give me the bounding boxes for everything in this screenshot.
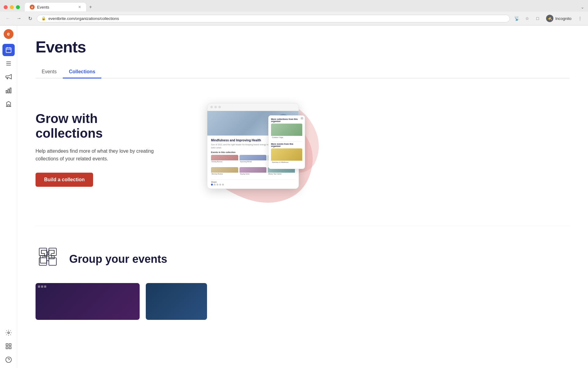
bottom-heading: Group your events: [69, 252, 167, 266]
toolbar-actions: 📡 ☆ □ 🕵 Incognito ⋮: [512, 13, 584, 23]
svg-rect-19: [49, 248, 57, 256]
forward-button[interactable]: →: [15, 14, 23, 23]
svg-rect-14: [9, 347, 11, 349]
mock-share-dot-1: [211, 184, 213, 186]
mock-card-image-4: [211, 167, 238, 173]
tab-favicon: e: [30, 5, 35, 10]
mock-card-image-2: [239, 155, 267, 160]
eventbrite-logo[interactable]: e: [4, 29, 13, 39]
mock-card-5: Staying Active: [239, 167, 267, 177]
svg-rect-9: [10, 88, 11, 93]
sidebar-item-settings[interactable]: [2, 327, 15, 339]
mock-card-text-4: Morning Routine: [211, 173, 238, 175]
svg-rect-0: [6, 48, 11, 53]
sidebar-bottom: [2, 327, 15, 366]
sidebar-item-marketing[interactable]: [2, 71, 15, 83]
mock-card-4: Morning Routine: [211, 167, 238, 177]
chart-icon: [5, 87, 12, 94]
svg-rect-11: [6, 344, 8, 346]
tab-collections[interactable]: Collections: [63, 66, 101, 79]
url-text: eventbrite.com/organizations/collections: [48, 16, 119, 21]
back-button[interactable]: ←: [4, 14, 12, 23]
cast-button[interactable]: 📡: [512, 14, 521, 23]
sidebar-item-help[interactable]: [2, 354, 15, 366]
grid-icon: [5, 343, 12, 350]
tab-expand-button[interactable]: ⌄: [581, 5, 584, 10]
svg-rect-18: [39, 248, 47, 256]
mock-share-dot-2: [214, 184, 216, 186]
svg-rect-12: [9, 344, 11, 346]
build-collection-button[interactable]: Build a collection: [36, 173, 93, 187]
sidebar-item-analytics[interactable]: [2, 84, 15, 97]
maximize-dot[interactable]: [16, 5, 20, 9]
tab-close-button[interactable]: ✕: [78, 5, 81, 9]
bottom-thumbnail-right: [146, 283, 207, 320]
bookmark-button[interactable]: ☆: [523, 14, 531, 23]
minimize-dot[interactable]: [10, 5, 14, 9]
bottom-thumb-dots-left: [38, 286, 46, 288]
mock-share-dot-4: [219, 184, 221, 186]
hero-illustration: Mindfulness and Improving Health Sun of …: [189, 97, 570, 201]
hero-heading: Grow with collections: [36, 111, 164, 141]
hero-section: Grow with collections Help attendees fin…: [36, 97, 570, 201]
menu-button[interactable]: ⋮: [576, 14, 584, 23]
incognito-avatar: 🕵: [546, 15, 553, 22]
sidebar-item-calendar[interactable]: [2, 44, 15, 56]
svg-rect-7: [6, 90, 7, 93]
mock-share-section: Share: [211, 179, 295, 186]
close-dot[interactable]: [4, 5, 8, 9]
bottom-thumbnail-left: [36, 283, 140, 320]
puzzle-icon-container: [36, 244, 60, 269]
mock-side-title-2: More events from this organizer: [271, 143, 302, 147]
mock-card-text-2: Improving Mental: [239, 160, 267, 163]
sidebar-item-grid[interactable]: [2, 340, 15, 352]
settings-icon: [5, 329, 12, 336]
new-tab-button[interactable]: +: [86, 2, 95, 12]
lock-icon: 🔒: [41, 16, 46, 21]
mock-dot-3: [218, 106, 221, 108]
sidebar: e: [0, 25, 17, 368]
calendar-icon: [5, 47, 12, 53]
mock-share-dots: [211, 184, 295, 186]
bottom-content: Group your events: [36, 244, 167, 274]
sidebar-item-venue[interactable]: [2, 98, 15, 110]
sidebar-item-list[interactable]: [2, 57, 15, 70]
mock-yoga-image: [271, 124, 302, 136]
page-title: Events: [36, 38, 570, 56]
tab-title: Events: [37, 5, 49, 10]
refresh-button[interactable]: ↻: [26, 14, 34, 23]
incognito-button[interactable]: 🕵 Incognito: [544, 13, 574, 23]
svg-rect-13: [6, 347, 8, 349]
main-content: Events Events Collections Grow with coll…: [17, 25, 588, 368]
mock-side-card-yoga: Outdoor Yoga: [271, 124, 302, 140]
mock-share-dot-5: [222, 184, 224, 186]
profile-button[interactable]: □: [533, 14, 542, 23]
mock-side-title-1: More collections from this organizer: [271, 118, 302, 122]
mock-card-image-1: [211, 155, 238, 160]
mock-dot-2: [214, 106, 217, 108]
mock-card-text-5: Staying Active: [239, 173, 267, 175]
mock-nutrition-label: Nutrition & Wellness: [271, 161, 302, 164]
mock-side-card-nutrition: Nutrition & Wellness: [271, 148, 302, 164]
bottom-thumb-dot-3: [44, 286, 46, 288]
browser-dots: [4, 5, 20, 9]
svg-rect-8: [8, 89, 9, 93]
megaphone-icon: [5, 74, 12, 80]
bottom-thumb-dot-1: [38, 286, 40, 288]
help-icon: [5, 356, 12, 363]
mock-card-image-5: [239, 167, 267, 173]
mock-side-close-button: ✕: [300, 117, 303, 120]
mock-browser-bar: [207, 103, 299, 111]
mock-side-panel: ✕ More collections from this organizer O…: [268, 115, 305, 169]
building-icon: [5, 101, 12, 107]
mock-card-text-6: Money Your Career: [268, 173, 295, 175]
app-layout: e: [0, 25, 588, 368]
puzzle-icon: [37, 246, 58, 267]
mock-nutrition-image: [271, 148, 302, 161]
mock-yoga-label: Outdoor Yoga: [271, 136, 302, 140]
tab-events[interactable]: Events: [36, 66, 63, 79]
svg-point-10: [8, 332, 9, 334]
browser-tab[interactable]: e Events ✕: [25, 3, 86, 11]
address-bar[interactable]: 🔒 eventbrite.com/organizations/collectio…: [37, 15, 510, 22]
mock-divider: [271, 141, 302, 142]
